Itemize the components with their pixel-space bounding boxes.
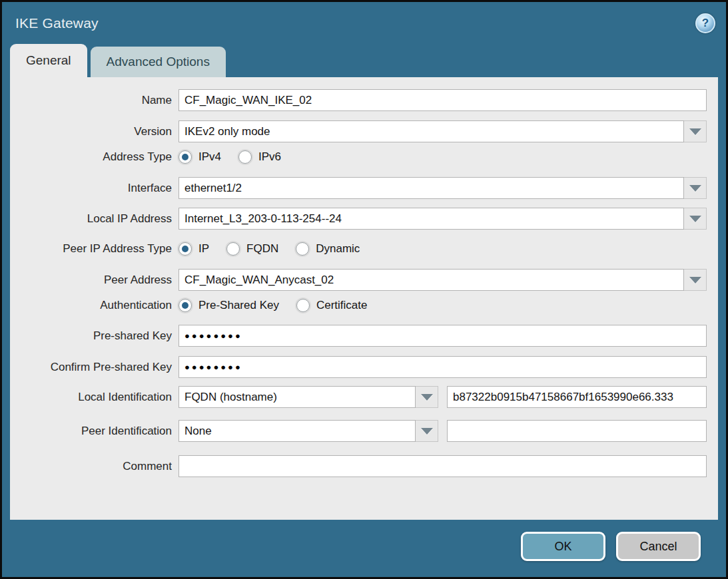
local-identification-label: Local Identification — [10, 391, 179, 404]
authentication-label: Authentication — [10, 299, 179, 312]
local-ip-row: Local IP Address — [10, 208, 707, 230]
ok-button[interactable]: OK — [521, 532, 605, 561]
version-dropdown-button[interactable] — [684, 120, 707, 142]
peer-address-input[interactable] — [179, 269, 684, 291]
radio-ipv6[interactable] — [238, 150, 252, 164]
name-row: Name — [10, 89, 707, 111]
chevron-down-icon — [689, 185, 701, 192]
dialog-title: IKE Gateway — [15, 15, 99, 31]
dialog-footer: OK Cancel — [2, 520, 726, 577]
local-identification-dropdown-button[interactable] — [416, 386, 438, 408]
chevron-down-icon — [689, 277, 701, 284]
local-ip-input[interactable] — [179, 208, 684, 230]
radio-ip-label: IP — [198, 242, 209, 256]
peer-address-row: Peer Address — [10, 269, 707, 291]
confirm-preshared-key-row: Confirm Pre-shared Key — [10, 356, 707, 378]
version-label: Version — [10, 125, 179, 138]
peer-identification-value-input[interactable] — [447, 420, 707, 442]
peer-ip-type-radio-group: IP FQDN Dynamic — [179, 242, 707, 256]
radio-certificate-label: Certificate — [316, 299, 368, 312]
general-tab-panel: Name Version Address Type IPv4 — [10, 77, 718, 520]
address-type-label: Address Type — [10, 150, 179, 164]
authentication-radio-group: Pre-Shared Key Certificate — [179, 299, 707, 312]
radio-ipv4[interactable] — [179, 150, 192, 164]
tab-bar: General Advanced Options — [2, 44, 726, 77]
confirm-preshared-key-label: Confirm Pre-shared Key — [10, 361, 179, 374]
comment-row: Comment — [10, 455, 707, 477]
local-identification-value-input[interactable] — [447, 386, 707, 408]
comment-input[interactable] — [179, 455, 707, 477]
name-label: Name — [10, 94, 179, 107]
radio-ipv6-label: IPv6 — [258, 150, 281, 164]
confirm-preshared-key-input[interactable] — [179, 356, 707, 378]
comment-label: Comment — [10, 460, 179, 473]
local-identification-row: Local Identification — [10, 386, 707, 408]
version-row: Version — [10, 120, 707, 142]
peer-identification-row: Peer Identification — [10, 420, 707, 442]
address-type-radio-group: IPv4 IPv6 — [179, 150, 707, 164]
peer-address-dropdown — [179, 269, 707, 291]
radio-dynamic-label: Dynamic — [316, 242, 360, 256]
chevron-down-icon — [421, 428, 433, 435]
peer-identification-type-dropdown — [179, 420, 438, 442]
local-ip-dropdown-button[interactable] — [684, 208, 707, 230]
radio-fqdn-label: FQDN — [246, 242, 278, 256]
radio-ipv4-label: IPv4 — [198, 150, 221, 164]
cancel-button[interactable]: Cancel — [616, 532, 701, 561]
radio-dynamic[interactable] — [296, 242, 309, 256]
peer-address-dropdown-button[interactable] — [684, 269, 707, 291]
name-input[interactable] — [179, 89, 707, 111]
peer-identification-label: Peer Identification — [10, 425, 179, 438]
tab-general[interactable]: General — [10, 44, 87, 77]
chevron-down-icon — [689, 216, 701, 222]
local-ip-label: Local IP Address — [10, 212, 179, 226]
radio-pre-shared-key[interactable] — [179, 299, 192, 312]
chevron-down-icon — [421, 394, 433, 401]
local-ip-dropdown — [179, 208, 707, 230]
interface-row: Interface — [10, 177, 707, 199]
peer-identification-type-input[interactable] — [179, 420, 416, 442]
interface-label: Interface — [10, 182, 179, 195]
version-dropdown — [179, 120, 707, 142]
address-type-row: Address Type IPv4 IPv6 — [10, 150, 707, 164]
interface-input[interactable] — [179, 177, 684, 199]
interface-dropdown-button[interactable] — [684, 177, 707, 199]
radio-ip[interactable] — [179, 242, 192, 256]
chevron-down-icon — [689, 128, 701, 135]
authentication-row: Authentication Pre-Shared Key Certificat… — [10, 299, 707, 312]
peer-identification-dropdown-button[interactable] — [416, 420, 438, 442]
dialog-titlebar: IKE Gateway ? — [2, 2, 726, 44]
tab-advanced-options[interactable]: Advanced Options — [91, 47, 226, 77]
preshared-key-row: Pre-shared Key — [10, 325, 707, 347]
ike-gateway-dialog: IKE Gateway ? General Advanced Options N… — [0, 0, 728, 579]
peer-address-label: Peer Address — [10, 274, 179, 287]
interface-dropdown — [179, 177, 707, 199]
radio-certificate[interactable] — [296, 299, 310, 312]
radio-fqdn[interactable] — [226, 242, 240, 256]
radio-pre-shared-key-label: Pre-Shared Key — [198, 299, 279, 312]
preshared-key-input[interactable] — [179, 325, 707, 347]
version-input[interactable] — [179, 120, 684, 142]
local-identification-type-dropdown — [179, 386, 438, 408]
peer-ip-type-label: Peer IP Address Type — [10, 242, 179, 256]
peer-ip-type-row: Peer IP Address Type IP FQDN Dynamic — [10, 242, 707, 256]
help-icon[interactable]: ? — [695, 13, 715, 33]
preshared-key-label: Pre-shared Key — [10, 329, 179, 343]
local-identification-type-input[interactable] — [179, 386, 416, 408]
